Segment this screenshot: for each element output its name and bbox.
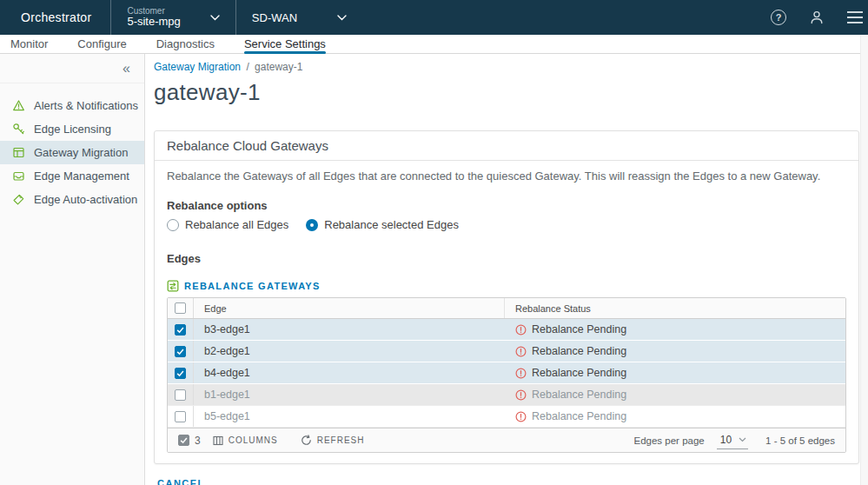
refresh-button[interactable]: REFRESH [301,435,365,446]
rebalance-status-text: Rebalance Pending [532,389,626,401]
alert-triangle-icon [12,99,25,112]
radio-rebalance-selected-edges[interactable]: Rebalance selected Edges [306,218,459,231]
rebalance-status-text: Rebalance Pending [532,367,626,379]
row-checkbox[interactable] [175,389,186,401]
row-checkbox[interactable] [175,346,186,357]
edges-per-page-label: Edges per page [634,435,705,446]
row-checkbox[interactable] [175,324,186,336]
breadcrumb-current: gateway-1 [255,61,302,73]
table-row[interactable]: b2-edge1 Rebalance Pending [168,341,845,362]
edges-table: Edge Rebalance Status b3-edge1 Rebalance… [167,297,846,453]
rebalance-card: Rebalance Cloud Gateways Rebalance the G… [154,130,859,464]
card-title: Rebalance Cloud Gateways [155,131,858,161]
radio-label: Rebalance all Edges [185,218,288,231]
chevron-down-icon [210,15,220,21]
table-row[interactable]: b1-edge1 Rebalance Pending [168,384,845,406]
warning-icon [515,324,527,336]
table-row[interactable]: b4-edge1 Rebalance Pending [168,362,845,384]
key-icon [12,123,25,136]
gateway-table-icon [12,146,25,159]
rebalance-gateways-label: REBALANCE GATEWAYS [184,281,321,291]
rebalance-gateways-icon [167,280,179,292]
breadcrumb-link-gateway-migration[interactable]: Gateway Migration [154,61,241,73]
edge-name: b5-edge1 [194,406,505,427]
sidebar-item-label: Gateway Migration [34,146,128,159]
service-value: SD-WAN [252,11,297,24]
service-switcher[interactable]: SD-WAN [236,0,362,35]
selected-count: 3 [195,435,201,447]
columns-button[interactable]: COLUMNS [213,435,278,446]
app-brand: Orchestrator [21,10,91,24]
warning-icon [515,389,527,401]
scrollbar-track[interactable] [860,35,868,485]
edge-name: b1-edge1 [194,384,505,405]
edges-per-page-select[interactable]: 10 [717,432,748,449]
checkbox-cell [168,319,194,340]
rebalance-options-label: Rebalance options [167,199,846,213]
nav-tab-monitor[interactable]: Monitor [10,35,48,53]
main-navbar: Monitor Configure Diagnostics Service Se… [0,35,868,54]
table-footer: 3 COLUMNS REFRESH Edges per page [168,428,845,452]
breadcrumb: Gateway Migration / gateway-1 [154,61,859,75]
edges-per-page-value: 10 [720,434,732,446]
table-header-row: Edge Rebalance Status [168,298,845,319]
nav-tab-configure[interactable]: Configure [77,35,126,53]
radio-rebalance-all-edges[interactable]: Rebalance all Edges [167,218,288,231]
sidebar-item-edge-auto-activation[interactable]: Edge Auto-activation [0,188,144,211]
sidebar-item-label: Edge Management [34,169,129,183]
chevron-down-icon [739,437,746,442]
main-content: Gateway Migration / gateway-1 gateway-1 … [145,54,868,485]
checkbox-cell [168,384,194,405]
help-icon[interactable]: ? [771,10,786,25]
collapse-sidebar-icon[interactable]: « [123,62,130,76]
table-row[interactable]: b5-edge1 Rebalance Pending [168,406,845,428]
rebalance-status-text: Rebalance Pending [532,410,626,422]
sidebar-item-edge-management[interactable]: Edge Management [0,164,144,188]
edge-name: b4-edge1 [194,362,505,383]
select-all-checkbox[interactable] [175,302,186,314]
warning-icon [515,346,527,357]
columns-icon [213,435,223,446]
inbox-icon [12,169,25,183]
sidebar-item-edge-licensing[interactable]: Edge Licensing [0,117,144,141]
rebalance-status-text: Rebalance Pending [532,345,626,357]
sidebar: « Alerts & Notifications Edge Licensing … [0,54,145,485]
selected-count-checkbox[interactable] [178,435,189,446]
warning-icon [515,411,527,422]
sidebar-item-label: Edge Licensing [34,123,111,136]
radio-unselected-icon [167,219,179,231]
rebalance-options-group: Rebalance all Edges Rebalance selected E… [167,218,846,231]
user-icon[interactable] [809,10,825,25]
customer-value: 5-site-mpg [127,16,180,29]
customer-switcher[interactable]: Customer 5-site-mpg [111,0,235,35]
chevron-down-icon [337,15,347,21]
tag-icon [12,193,25,206]
pagination-range: 1 - 5 of 5 edges [765,435,835,446]
nav-tab-service-settings[interactable]: Service Settings [244,35,326,53]
warning-icon [515,368,527,379]
sidebar-item-gateway-migration[interactable]: Gateway Migration [0,141,144,164]
columns-label: COLUMNS [229,435,278,445]
sidebar-item-label: Edge Auto-activation [34,193,137,206]
row-checkbox[interactable] [175,368,186,379]
refresh-label: REFRESH [317,435,365,445]
sidebar-item-alerts-notifications[interactable]: Alerts & Notifications [0,94,144,117]
edge-name: b3-edge1 [194,319,505,340]
breadcrumb-separator: / [246,61,248,73]
cancel-button[interactable]: CANCEL [154,478,205,485]
nav-tab-diagnostics[interactable]: Diagnostics [156,35,215,53]
rebalance-gateways-button[interactable]: REBALANCE GATEWAYS [167,280,846,292]
edges-section-label: Edges [167,252,846,266]
column-header-rebalance-status[interactable]: Rebalance Status [505,303,845,314]
menu-icon[interactable] [847,11,863,23]
column-header-edge[interactable]: Edge [194,298,505,318]
row-checkbox[interactable] [175,411,186,422]
edge-name: b2-edge1 [194,341,505,362]
table-row[interactable]: b3-edge1 Rebalance Pending [168,319,845,341]
radio-label: Rebalance selected Edges [324,218,459,231]
top-header: Orchestrator Customer 5-site-mpg SD-WAN … [0,0,868,35]
card-description: Rebalance the Gateways of all Edges that… [167,169,846,183]
sidebar-item-label: Alerts & Notifications [34,99,138,112]
checkbox-cell [168,406,194,427]
sidebar-collapse-row: « [0,54,144,83]
